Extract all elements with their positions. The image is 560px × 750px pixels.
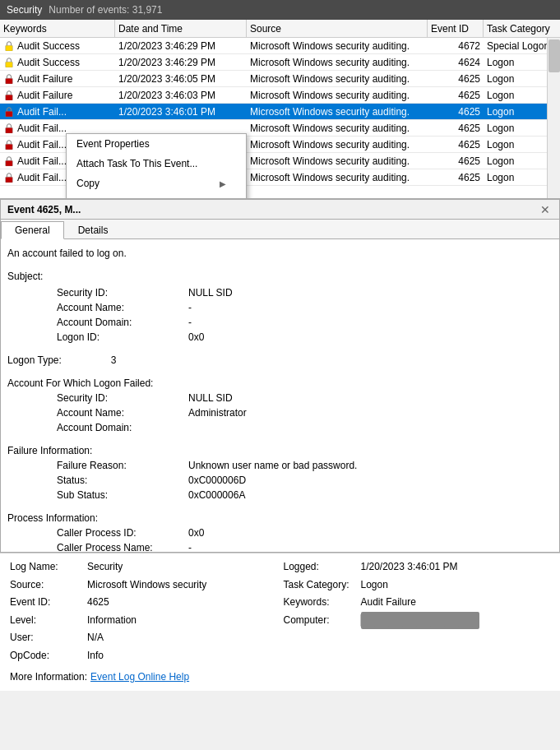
detail-title-bar: Event 4625, M... ✕ [1,200,559,220]
svg-rect-5 [6,127,13,133]
logged-value: 1/20/2023 3:46:01 PM [361,558,458,576]
computer-row: Computer: █████████████████ [284,612,551,630]
col-header-date[interactable]: Date and Time [115,20,247,37]
lock-icon [3,123,15,134]
cell-eventid: 4624 [428,57,484,68]
process-info-section: Process Information: Caller Process ID:0… [7,511,553,552]
app-title: Security [7,4,42,16]
task-row: Task Category: Logon [284,576,551,595]
svg-rect-1 [6,62,13,67]
bottom-info-grid: Log Name: Security Logged: 1/20/2023 3:4… [10,558,550,665]
logged-label: Logged: [284,558,358,576]
lock-icon [3,172,15,183]
caller-process-name: Caller Process Name:- [7,540,553,552]
cell-keywords: Audit Failure [0,73,115,85]
col-header-keywords[interactable]: Keywords [0,20,115,37]
lock-icon [3,139,15,150]
col-header-source[interactable]: Source [247,20,428,37]
cell-eventid: 4625 [428,139,484,150]
detail-intro: An account failed to log on. [7,246,553,261]
cell-keywords: Audit Success [0,40,115,52]
user-label: User: [10,629,84,647]
cell-date: 1/20/2023 3:46:29 PM [115,40,247,52]
context-menu-item[interactable]: Copy▶ [67,174,246,193]
svg-rect-4 [6,111,13,117]
svg-rect-2 [6,78,13,84]
computer-label: Computer: [284,612,358,630]
event-count-label: Number of events: 31,971 [49,4,162,16]
computer-value: █████████████████ [361,612,480,630]
col-header-eventid[interactable]: Event ID [428,20,484,37]
title-bar: Security Number of events: 31,971 [0,0,560,20]
cell-source: Microsoft Windows security auditing. [247,40,428,52]
log-name-value: Security [87,558,123,576]
failure-info-label: Failure Information: [7,443,553,458]
keywords-value: Audit Failure [361,594,416,612]
more-info-link[interactable]: Event Log Online Help [90,669,189,687]
cell-eventid: 4625 [428,106,484,118]
submenu-arrow-icon: ▶ [220,179,226,188]
bottom-info: Log Name: Security Logged: 1/20/2023 3:4… [0,553,560,691]
failure-reason: Failure Reason:Unknown user name or bad … [7,458,553,473]
table-row[interactable]: Audit Failure 1/20/2023 3:46:03 PM Micro… [0,87,560,104]
level-label: Level: [10,612,84,630]
subject-security-id: Security ID:NULL SID [7,285,553,300]
table-header: Keywords Date and Time Source Event ID T… [0,20,560,38]
account-failed-label: Account For Which Logon Failed: [7,376,553,391]
cell-source: Microsoft Windows security auditing. [247,90,428,101]
level-row: Level: Information [10,612,277,630]
context-menu-item-label: Event Properties [76,138,150,150]
cell-source: Microsoft Windows security auditing. [247,106,428,118]
lock-icon [3,73,15,85]
event-id-label: Event ID: [10,594,84,612]
cell-date: 1/20/2023 3:46:05 PM [115,73,247,85]
logon-type-row: Logon Type:3 [7,353,553,368]
close-button[interactable]: ✕ [538,202,553,217]
user-value: N/A [87,629,104,647]
cell-source: Microsoft Windows security auditing. [247,172,428,183]
cell-source: Microsoft Windows security auditing. [247,57,428,68]
table-row[interactable]: Audit Fail... 1/20/2023 3:46:01 PM Micro… [0,104,560,120]
tab-details[interactable]: Details [64,221,123,238]
table-row[interactable]: Audit Success 1/20/2023 3:46:29 PM Micro… [0,38,560,54]
table-row[interactable]: Audit Failure 1/20/2023 3:46:05 PM Micro… [0,71,560,87]
failure-substatus: Sub Status:0xC000006A [7,488,553,502]
caller-process-id: Caller Process ID:0x0 [7,525,553,540]
process-info-label: Process Information: [7,511,553,525]
more-info-row: More Information: Event Log Online Help [10,669,550,687]
detail-title: Event 4625, M... [7,204,81,215]
cell-keywords: Audit Fail... [0,106,115,118]
opcode-value: Info [87,647,104,665]
context-menu-item[interactable]: Attach Task To This Event... [67,154,246,174]
user-row: User: N/A [10,629,277,647]
context-menu-item-label: Save Selected Events... [76,197,181,199]
svg-rect-3 [6,95,13,100]
tab-general[interactable]: General [1,221,64,239]
table-row[interactable]: Audit Success 1/20/2023 3:46:29 PM Micro… [0,54,560,71]
lock-icon [3,57,15,68]
failed-security-id: Security ID:NULL SID [7,391,553,405]
subject-label: Subject: [7,269,553,284]
detail-panel: Event 4625, M... ✕ General Details An ac… [0,199,560,553]
more-info-label: More Information: [10,669,87,687]
lock-icon [3,106,15,118]
keywords-row: Keywords: Audit Failure [284,594,551,612]
detail-content[interactable]: An account failed to log on. Subject: Se… [1,239,559,552]
list-scrollbar[interactable] [547,38,560,198]
failed-account-name: Account Name:Administrator [7,405,553,420]
logged-row: Logged: 1/20/2023 3:46:01 PM [284,558,551,576]
account-failed-section: Account For Which Logon Failed: Security… [7,376,553,435]
log-name-row: Log Name: Security [10,558,277,576]
cell-keywords: Audit Success [0,57,115,68]
source-label: Source: [10,576,84,595]
svg-rect-0 [6,45,13,51]
log-name-label: Log Name: [10,558,84,576]
task-label: Task Category: [284,576,358,595]
cell-date: 1/20/2023 3:46:01 PM [115,106,247,118]
col-header-task[interactable]: Task Category [484,20,558,37]
context-menu-item[interactable]: Save Selected Events... [67,193,246,199]
lock-icon [3,40,15,52]
cell-eventid: 4625 [428,155,484,167]
opcode-label: OpCode: [10,647,84,665]
context-menu-item[interactable]: Event Properties [67,134,246,154]
